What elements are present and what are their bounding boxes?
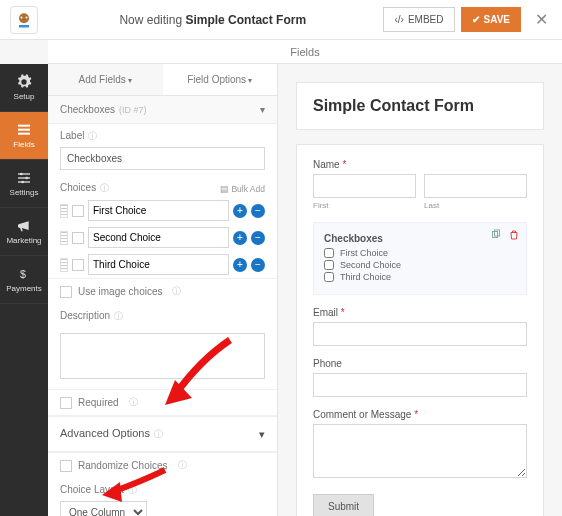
- choice-input[interactable]: [88, 227, 229, 248]
- nav-marketing[interactable]: Marketing: [0, 208, 48, 256]
- help-icon[interactable]: ⓘ: [129, 396, 138, 409]
- megaphone-icon: [16, 218, 32, 234]
- remove-choice-icon[interactable]: −: [251, 231, 265, 245]
- svg-point-0: [19, 13, 29, 23]
- svg-rect-3: [19, 25, 29, 28]
- dollar-icon: $: [16, 266, 32, 282]
- label-input[interactable]: [60, 147, 265, 170]
- svg-rect-8: [18, 177, 30, 178]
- help-icon[interactable]: ⓘ: [178, 459, 187, 472]
- name-label: Name: [313, 159, 527, 170]
- svg-rect-4: [18, 125, 30, 127]
- comment-label: Comment or Message: [313, 409, 527, 420]
- field-header[interactable]: Checkboxes(ID #7) ▾: [48, 96, 277, 124]
- trash-icon[interactable]: [508, 229, 520, 241]
- chevron-down-icon: ▾: [260, 104, 265, 115]
- remove-choice-icon[interactable]: −: [251, 204, 265, 218]
- tab-add-fields[interactable]: Add Fields: [48, 64, 163, 95]
- choice-row: + −: [48, 224, 277, 251]
- remove-choice-icon[interactable]: −: [251, 258, 265, 272]
- use-image-checkbox[interactable]: [60, 286, 72, 298]
- sliders-icon: [16, 170, 32, 186]
- label-label: Labelⓘ: [60, 130, 265, 143]
- description-textarea[interactable]: [60, 333, 265, 379]
- form-preview: Simple Contact Form Name First Last: [278, 64, 562, 516]
- choice-default-checkbox[interactable]: [72, 205, 84, 217]
- svg-point-1: [21, 16, 23, 18]
- required-checkbox[interactable]: [60, 397, 72, 409]
- choice-default-checkbox[interactable]: [72, 259, 84, 271]
- editing-label: Now editing Simple Contact Form: [48, 13, 377, 27]
- description-label: Descriptionⓘ: [60, 310, 265, 323]
- list-icon: [16, 122, 32, 138]
- duplicate-icon[interactable]: [490, 229, 502, 241]
- checkboxes-field[interactable]: Checkboxes First Choice Second Choice Th…: [313, 222, 527, 295]
- svg-text:$: $: [20, 268, 26, 280]
- choice-row: + −: [48, 197, 277, 224]
- help-icon[interactable]: ⓘ: [128, 485, 137, 495]
- embed-button[interactable]: ‹/› EMBED: [383, 7, 454, 32]
- drag-handle[interactable]: [60, 258, 68, 272]
- svg-point-12: [21, 181, 24, 184]
- chevron-down-icon: ▾: [259, 428, 265, 441]
- svg-rect-7: [18, 173, 30, 174]
- preview-checkbox[interactable]: [324, 272, 334, 282]
- section-title: Fields: [48, 40, 562, 64]
- phone-input[interactable]: [313, 373, 527, 397]
- svg-rect-6: [18, 133, 30, 135]
- email-input[interactable]: [313, 322, 527, 346]
- gear-icon: [16, 74, 32, 90]
- save-button[interactable]: ✔ SAVE: [461, 7, 522, 32]
- nav-payments[interactable]: $ Payments: [0, 256, 48, 304]
- bulk-add-link[interactable]: ▤ Bulk Add: [220, 184, 265, 194]
- svg-point-2: [26, 16, 28, 18]
- add-choice-icon[interactable]: +: [233, 258, 247, 272]
- choice-input[interactable]: [88, 254, 229, 275]
- add-choice-icon[interactable]: +: [233, 231, 247, 245]
- close-icon[interactable]: ✕: [531, 10, 552, 29]
- submit-button[interactable]: Submit: [313, 494, 374, 516]
- nav-setup[interactable]: Setup: [0, 64, 48, 112]
- email-label: Email: [313, 307, 527, 318]
- first-name-input[interactable]: [313, 174, 416, 198]
- drag-handle[interactable]: [60, 231, 68, 245]
- app-logo: [10, 6, 38, 34]
- left-nav: Setup Fields Settings Marketing $ Paymen…: [0, 64, 48, 516]
- svg-rect-5: [18, 129, 30, 131]
- add-choice-icon[interactable]: +: [233, 204, 247, 218]
- preview-checkbox[interactable]: [324, 260, 334, 270]
- help-icon[interactable]: ⓘ: [172, 285, 181, 298]
- svg-point-11: [25, 177, 28, 180]
- help-icon[interactable]: ⓘ: [100, 183, 109, 193]
- advanced-options-toggle[interactable]: Advanced Optionsⓘ ▾: [48, 416, 277, 452]
- randomize-checkbox[interactable]: [60, 460, 72, 472]
- tab-field-options[interactable]: Field Options: [163, 64, 278, 95]
- nav-fields[interactable]: Fields: [0, 112, 48, 160]
- choice-layout-select[interactable]: One Column: [60, 501, 147, 516]
- phone-label: Phone: [313, 358, 527, 369]
- choice-row: + −: [48, 251, 277, 278]
- help-icon[interactable]: ⓘ: [154, 429, 163, 439]
- drag-handle[interactable]: [60, 204, 68, 218]
- help-icon[interactable]: ⓘ: [114, 311, 123, 321]
- choice-default-checkbox[interactable]: [72, 232, 84, 244]
- svg-point-10: [20, 173, 23, 176]
- choice-layout-label: Choice Layoutⓘ: [60, 484, 265, 497]
- help-icon[interactable]: ⓘ: [88, 131, 97, 141]
- code-icon: ‹/›: [394, 14, 403, 25]
- check-icon: ✔: [472, 14, 480, 25]
- comment-textarea[interactable]: [313, 424, 527, 478]
- choice-input[interactable]: [88, 200, 229, 221]
- preview-checkbox[interactable]: [324, 248, 334, 258]
- field-options-panel: Add Fields Field Options Checkboxes(ID #…: [48, 64, 278, 516]
- preview-title: Simple Contact Form: [313, 97, 527, 115]
- last-name-input[interactable]: [424, 174, 527, 198]
- nav-settings[interactable]: Settings: [0, 160, 48, 208]
